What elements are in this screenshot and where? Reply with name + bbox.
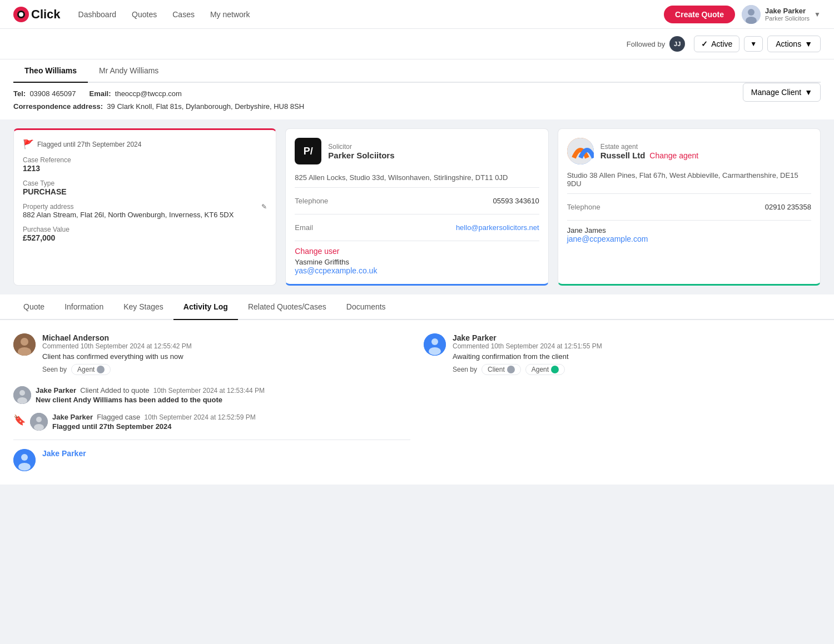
jake-right-name: Jake Parker: [453, 333, 821, 342]
action-bar: Followed by JJ ✓ Active ▼ Actions ▼: [0, 29, 834, 59]
jake-right-seen-by: Seen by Client Agent: [453, 364, 821, 375]
manage-client-button[interactable]: Manage Client ▼: [743, 83, 821, 102]
michael-name: Michael Anderson: [42, 333, 410, 342]
tab-related[interactable]: Related Quotes/Cases: [238, 294, 336, 320]
case-ref-field: Case Reference 1213: [23, 156, 267, 173]
divider: [295, 241, 539, 241]
property-address-field: Property address ✎ 882 Alan Stream, Flat…: [23, 203, 267, 219]
jake-avatar-icon: [13, 386, 31, 404]
tab-keystages[interactable]: Key Stages: [113, 294, 173, 320]
active-button[interactable]: ✓ Active: [694, 36, 739, 52]
nav-dashboard[interactable]: Dashboard: [78, 10, 117, 19]
client-tab-andy[interactable]: Mr Andy Williams: [88, 59, 170, 83]
estate-logo: [567, 138, 594, 164]
agent-seen-dot: [97, 366, 105, 373]
michael-seen-by: Seen by Agent: [42, 364, 410, 375]
flagged-action: Flagged case: [97, 413, 140, 421]
brand-logo[interactable]: Click: [13, 7, 61, 22]
flag-entry-inner: 🔖 Jake Parker Flagged case 10th Septembe…: [13, 413, 256, 431]
estate-contact-email[interactable]: jane@ccpexample.com: [567, 234, 648, 243]
activity-entry-jake-right: Jake Parker Commented 10th September 202…: [424, 333, 821, 375]
client-seen-dot: [507, 366, 515, 373]
case-type-field: Case Type PURCHASE: [23, 179, 267, 196]
michael-content: Michael Anderson Commented 10th Septembe…: [42, 333, 410, 375]
case-card: 🚩 Flagged until 27th September 2024 Case…: [13, 128, 276, 286]
tabs-bar: Quote Information Key Stages Activity Lo…: [0, 294, 834, 320]
activity-right-column: Jake Parker Commented 10th September 202…: [424, 333, 821, 471]
purchase-value-field: Purchase Value £527,000: [23, 226, 267, 242]
activity-entry-flagged: 🔖 Jake Parker Flagged case 10th Septembe…: [13, 413, 410, 431]
svg-point-11: [36, 417, 42, 422]
nav-mynetwork[interactable]: My network: [210, 10, 250, 19]
client-added-content: Jake Parker Client Added to quote 10th S…: [36, 386, 265, 404]
chevron-down-icon: ▼: [750, 40, 757, 48]
svg-point-8: [19, 390, 25, 396]
estate-header: Estate agent Russell Ltd Change agent: [567, 138, 811, 164]
activity-left-column: Michael Anderson Commented 10th Septembe…: [13, 333, 410, 471]
agent-seen-dot-r: [551, 366, 559, 373]
svg-point-14: [21, 454, 28, 461]
flag-icon: 🚩: [23, 139, 34, 149]
tel-value: 03908 465097: [29, 89, 76, 98]
address-label: Correspondence address:: [13, 102, 103, 111]
follower-avatar: JJ: [669, 36, 685, 52]
solicitor-logo: P/: [295, 138, 321, 164]
solicitor-email-row: Email hello@parkersolicitors.net: [295, 220, 539, 235]
tel-label: Tel:: [13, 89, 26, 98]
actions-button[interactable]: Actions ▼: [767, 36, 821, 52]
agent-seen-tag: Agent: [71, 364, 111, 375]
solicitor-name: Parker Solciitors: [328, 151, 394, 160]
case-ref-label: Case Reference: [23, 156, 267, 164]
agent-seen-label: Agent: [77, 366, 95, 373]
client-tab-theo[interactable]: Theo Williams: [13, 59, 88, 83]
edit-icon[interactable]: ✎: [261, 203, 267, 211]
tab-documents[interactable]: Documents: [336, 294, 396, 320]
solicitor-user-email[interactable]: yas@ccpexample.co.uk: [295, 266, 377, 275]
active-dropdown-button[interactable]: ▼: [744, 36, 763, 52]
svg-point-18: [429, 347, 441, 355]
chevron-down-icon: ▼: [814, 11, 821, 18]
change-user-link[interactable]: Change user: [295, 247, 339, 256]
create-quote-button[interactable]: Create Quote: [664, 6, 735, 23]
estate-logo-icon: [567, 138, 594, 164]
svg-point-12: [34, 424, 44, 431]
activity-entry-jake-bottom: Jake Parker: [13, 440, 410, 471]
flagged-bold: Flagged until 27th September 2024: [52, 422, 256, 431]
svg-point-9: [17, 397, 27, 404]
solicitor-email-value[interactable]: hello@parkersolicitors.net: [456, 223, 539, 232]
jake-avatar-icon-2: [30, 413, 48, 431]
tab-information[interactable]: Information: [54, 294, 113, 320]
jake-bottom-name: Jake Parker: [42, 449, 86, 458]
client-seen-tag: Client: [481, 364, 521, 375]
svg-point-15: [18, 463, 31, 471]
solicitor-address: 825 Allen Locks, Studio 33d, Wilsonhaven…: [295, 173, 539, 182]
client-contact: Tel: 03908 465097 Email: theoccp@twccp.c…: [13, 83, 304, 111]
solicitor-user-name: Yasmine Griffiths: [295, 258, 539, 266]
tab-activitylog[interactable]: Activity Log: [173, 294, 238, 320]
client-section: Theo Williams Mr Andy Williams Tel: 0390…: [0, 59, 834, 119]
svg-point-1: [748, 9, 754, 16]
user-company: Parker Solicitors: [765, 15, 810, 22]
address-value: 39 Clark Knoll, Flat 81s, Dylanborough, …: [107, 102, 304, 111]
tab-quote[interactable]: Quote: [13, 294, 54, 320]
user-name: Jake Parker: [765, 7, 810, 15]
user-info[interactable]: Jake Parker Parker Solicitors ▼: [742, 5, 821, 24]
email-field: Email: theoccp@twccp.com: [90, 89, 182, 98]
chevron-down-icon: ▼: [805, 88, 812, 97]
jake-bottom-content: Jake Parker: [42, 449, 86, 458]
jake-right-content: Jake Parker Commented 10th September 202…: [453, 333, 821, 375]
nav-cases[interactable]: Cases: [172, 10, 195, 19]
case-flag: 🚩 Flagged until 27th September 2024: [23, 139, 267, 149]
nav-quotes[interactable]: Quotes: [132, 10, 157, 19]
navbar-right: Create Quote Jake Parker Parker Solicito…: [664, 5, 821, 24]
jake-right-avatar: [424, 333, 446, 356]
estate-contact-section: Jane James jane@ccpexample.com: [567, 226, 811, 243]
actions-label: Actions: [776, 39, 801, 48]
change-agent-link[interactable]: Change agent: [649, 151, 698, 160]
jake-right-text: Awaiting confirmation from the client: [453, 352, 821, 361]
estate-tel-label: Telephone: [567, 203, 600, 211]
property-value: 882 Alan Stream, Flat 26l, North Owenbur…: [23, 211, 267, 219]
michael-text: Client has confirmed everything with us …: [42, 352, 410, 361]
client-added-bold: New client Andy Williams has been added …: [36, 396, 265, 404]
solicitor-meta-label: Solicitor: [328, 143, 394, 151]
